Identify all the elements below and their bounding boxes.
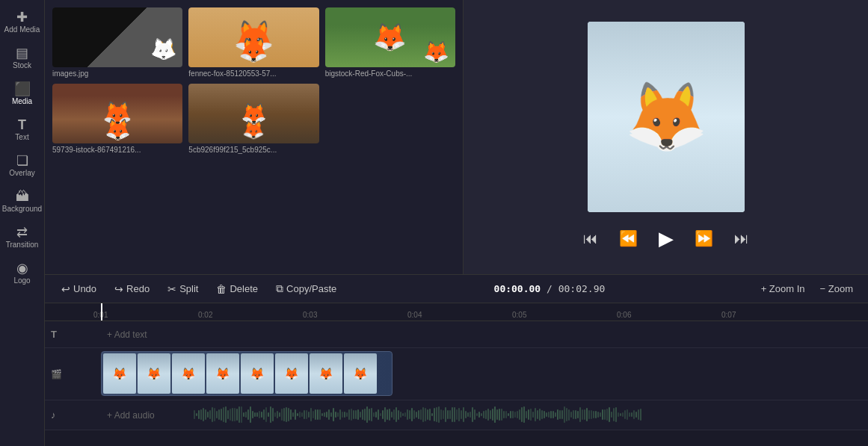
- main-content: 🦊 images.jpg 🦊 fennec-fox-85120553-57...…: [45, 0, 868, 446]
- list-item[interactable]: 🦊 5cb926f99f215_5cb925c...: [188, 84, 318, 154]
- split-button[interactable]: ✂ Split: [160, 280, 206, 298]
- overlay-icon: ❏: [16, 154, 28, 167]
- timeline-tracks: T + Add text 🎬 🦊 🦊 🦊: [45, 321, 868, 446]
- clip-frame: 🦊: [344, 353, 377, 394]
- time-display: 00:00.00 / 00:02.90: [347, 283, 751, 294]
- text-track-content: + Add text: [101, 321, 868, 347]
- media-grid: 🦊 images.jpg 🦊 fennec-fox-85120553-57...…: [52, 7, 455, 154]
- ruler-label: 0:04: [407, 311, 422, 319]
- media-filename: images.jpg: [52, 69, 182, 78]
- undo-icon: ↩: [61, 283, 70, 295]
- list-item[interactable]: 🦊 59739-istock-867491216...: [52, 84, 182, 154]
- list-item[interactable]: 🦊 bigstock-Red-Fox-Cubs-...: [325, 7, 455, 78]
- sidebar-item-label: Overlay: [9, 169, 34, 178]
- clip-frame: 🦊: [172, 353, 205, 394]
- stock-icon: ▤: [16, 46, 28, 60]
- undo-button[interactable]: ↩ Undo: [54, 280, 104, 298]
- timeline-toolbar: ↩ Undo ↪ Redo ✂ Split 🗑 Delete ⧉ Copy/Pa…: [45, 275, 868, 303]
- ruler-tick: 0:05: [520, 311, 624, 319]
- total-time: 00:02.90: [558, 283, 606, 294]
- zoom-in-button[interactable]: + Zoom In: [755, 280, 811, 297]
- video-track-icon: 🎬: [51, 369, 62, 380]
- logo-icon: ◉: [16, 261, 28, 275]
- sidebar-item-label: Stock: [13, 61, 31, 70]
- sidebar-item-label: Background: [2, 205, 42, 214]
- sidebar-item-overlay[interactable]: ❏ Overlay: [1, 149, 43, 182]
- clip-frame: 🦊: [138, 353, 170, 394]
- play-button[interactable]: ▶: [656, 224, 677, 253]
- background-icon: 🏔: [16, 190, 29, 203]
- copy-icon: ⧉: [276, 282, 283, 295]
- audio-track: ♪ + Add audio: [45, 400, 868, 430]
- list-item[interactable]: 🦊 images.jpg: [52, 7, 182, 78]
- rewind-button[interactable]: ⏪: [616, 226, 641, 250]
- media-thumbnail: 🦊: [188, 84, 318, 143]
- playhead-cursor[interactable]: [101, 303, 102, 320]
- media-icon: ⬛: [14, 82, 31, 96]
- text-icon: T: [18, 118, 26, 131]
- media-thumbnail: 🦊: [325, 7, 455, 67]
- preview-controls: ⏮ ⏪ ▶ ⏩ ⏭: [580, 224, 752, 253]
- redo-icon: ↪: [114, 283, 123, 295]
- current-time: 00:00.00: [494, 283, 541, 294]
- sidebar-item-stock[interactable]: ▤ Stock: [1, 42, 43, 75]
- ruler-tick: 0:03: [310, 311, 415, 319]
- ruler-label: 0:06: [617, 311, 631, 319]
- sidebar-item-label: Add Media: [4, 25, 40, 34]
- sidebar-item-transition[interactable]: ⇄ Transition: [1, 221, 43, 254]
- clip-frame: 🦊: [206, 353, 239, 394]
- sidebar-item-label: Transition: [6, 241, 39, 250]
- sidebar: ✚ Add Media ▤ Stock ⬛ Media T Text ❏ Ove…: [0, 0, 45, 446]
- sidebar-item-text[interactable]: T Text: [1, 114, 43, 146]
- clip-frame: 🦊: [275, 353, 308, 394]
- list-item[interactable]: 🦊 fennec-fox-85120553-57...: [188, 7, 318, 78]
- text-track: T + Add text: [45, 321, 868, 348]
- copypaste-button[interactable]: ⧉ Copy/Paste: [268, 279, 344, 298]
- sidebar-item-logo[interactable]: ◉ Logo: [1, 257, 43, 290]
- delete-icon: 🗑: [216, 283, 227, 295]
- clip-frame: 🦊: [310, 353, 342, 394]
- sidebar-item-label: Media: [12, 97, 32, 106]
- video-track: 🎬 🦊 🦊 🦊 🦊 🦊 🦊 🦊 🦊: [45, 348, 868, 400]
- clip-frame: 🦊: [241, 353, 274, 394]
- media-filename: bigstock-Red-Fox-Cubs-...: [325, 69, 455, 78]
- ruler-label: 0:03: [303, 311, 317, 319]
- sidebar-item-background[interactable]: 🏔 Background: [1, 185, 43, 218]
- audio-track-icon: ♪: [51, 409, 56, 421]
- skip-to-start-button[interactable]: ⏮: [580, 227, 601, 250]
- ruler-label: 0:05: [512, 311, 526, 319]
- audio-track-content: + Add audio: [101, 400, 868, 430]
- timeline-section: ↩ Undo ↪ Redo ✂ Split 🗑 Delete ⧉ Copy/Pa…: [45, 274, 868, 446]
- zoom-out-button[interactable]: − Zoom: [814, 280, 859, 297]
- timeline-ruler: 0:01 0:02 0:03 0:04 0:05 0:06 0:07: [45, 303, 868, 321]
- video-track-content: 🦊 🦊 🦊 🦊 🦊 🦊 🦊 🦊: [101, 348, 868, 400]
- ruler-label: 0:07: [721, 311, 736, 319]
- ruler-tick: 0:02: [206, 311, 310, 319]
- sidebar-item-add-media[interactable]: ✚ Add Media: [1, 6, 43, 39]
- sidebar-item-media[interactable]: ⬛ Media: [1, 78, 43, 111]
- skip-to-end-button[interactable]: ⏭: [731, 227, 752, 250]
- preview-panel: 🦊 ⏮ ⏪ ▶ ⏩ ⏭: [464, 0, 868, 274]
- split-icon: ✂: [167, 283, 176, 295]
- fast-forward-button[interactable]: ⏩: [692, 226, 716, 250]
- audio-track-label: ♪: [45, 406, 101, 424]
- zoom-in-icon: +: [761, 283, 767, 294]
- text-track-label: T: [45, 326, 101, 343]
- ruler-tick: 0:04: [415, 311, 520, 319]
- sidebar-item-label: Text: [15, 133, 28, 142]
- redo-button[interactable]: ↪ Redo: [107, 280, 157, 298]
- add-audio-button[interactable]: + Add audio: [101, 407, 161, 424]
- delete-button[interactable]: 🗑 Delete: [209, 280, 265, 298]
- audio-waveform: [191, 403, 868, 426]
- transition-icon: ⇄: [16, 226, 28, 239]
- ruler-tick: 0:01: [101, 311, 206, 319]
- ruler-tick: 0:07: [729, 311, 834, 319]
- ruler-label: 0:02: [198, 311, 212, 319]
- ruler-tick: 0:06: [624, 311, 729, 319]
- zoom-out-icon: −: [820, 283, 826, 294]
- media-thumbnail: 🦊: [188, 7, 318, 67]
- add-text-button[interactable]: + Add text: [101, 326, 153, 343]
- media-filename: 5cb926f99f215_5cb925c...: [188, 146, 318, 154]
- clip-frame: 🦊: [103, 353, 136, 394]
- video-clip[interactable]: 🦊 🦊 🦊 🦊 🦊 🦊 🦊 🦊: [101, 351, 393, 396]
